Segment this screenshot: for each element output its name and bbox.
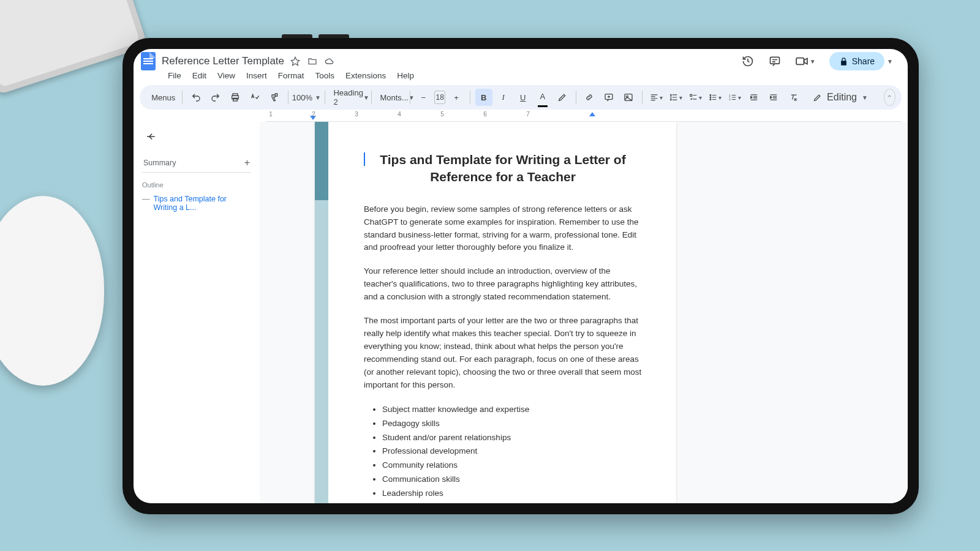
- bullet-list[interactable]: Subject matter knowledge and expertise P…: [364, 403, 642, 503]
- search-menus[interactable]: Menus: [146, 89, 177, 106]
- underline-button[interactable]: U: [514, 89, 532, 106]
- list-item[interactable]: Communication skills: [382, 473, 642, 487]
- font-dropdown[interactable]: Monts...▼: [376, 89, 404, 106]
- add-summary-button[interactable]: +: [244, 157, 250, 168]
- outline-item[interactable]: — Tips and Template for Writing a L...: [142, 195, 251, 212]
- font-size-increase[interactable]: +: [448, 89, 465, 106]
- menu-edit[interactable]: Edit: [187, 70, 211, 81]
- list-item[interactable]: School pride and loyalty: [382, 501, 642, 503]
- bullet-list-dropdown[interactable]: ▾: [706, 89, 723, 106]
- search-menus-label: Menus: [151, 93, 175, 102]
- redo-button[interactable]: [207, 89, 224, 106]
- svg-rect-1: [796, 58, 804, 65]
- docs-logo-icon[interactable]: [141, 52, 156, 70]
- indent-increase-button[interactable]: [765, 89, 782, 106]
- ruler-mark: 3: [355, 111, 358, 118]
- list-item[interactable]: Community relations: [382, 459, 642, 473]
- zoom-dropdown[interactable]: 100%▼: [293, 89, 320, 106]
- comments-icon[interactable]: [768, 54, 782, 68]
- list-item[interactable]: Leadership roles: [382, 487, 642, 501]
- toolbar: Menus 100%▼ Heading 2▼ Monts...▼ − 18 + …: [140, 85, 902, 110]
- summary-label: Summary: [143, 159, 176, 167]
- svg-point-12: [710, 99, 711, 100]
- titlebar: Reference Letter Template ▼ Share: [134, 49, 908, 70]
- paragraph[interactable]: Your reference letter should include an …: [364, 265, 642, 304]
- doc-heading[interactable]: Tips and Template for Writing a Letter o…: [364, 151, 642, 186]
- highlight-button[interactable]: [554, 89, 571, 106]
- menu-file[interactable]: File: [163, 70, 186, 81]
- ruler-right-indent-icon[interactable]: [589, 112, 595, 116]
- ruler[interactable]: 1234567: [266, 111, 902, 122]
- menu-insert[interactable]: Insert: [241, 70, 272, 81]
- numbered-list-dropdown[interactable]: 123▾: [726, 89, 743, 106]
- document-canvas[interactable]: Tips and Template for Writing a Letter o…: [260, 122, 908, 503]
- mode-label: Editing: [827, 92, 857, 103]
- text-color-button[interactable]: A: [534, 89, 551, 106]
- outline-sidebar: Summary + Outline — Tips and Template fo…: [134, 122, 260, 503]
- menu-extensions[interactable]: Extensions: [341, 70, 391, 81]
- list-item[interactable]: Subject matter knowledge and expertise: [382, 403, 642, 417]
- bold-button[interactable]: B: [475, 89, 492, 106]
- ruler-mark: 6: [483, 111, 487, 118]
- menu-help[interactable]: Help: [392, 70, 419, 81]
- page[interactable]: Tips and Template for Writing a Letter o…: [315, 122, 676, 503]
- list-item[interactable]: Pedagogy skills: [382, 417, 642, 431]
- app-window: Reference Letter Template ▼ Share: [134, 49, 908, 503]
- collapse-toolbar-button[interactable]: ⌃: [884, 89, 895, 106]
- svg-text:3: 3: [729, 98, 731, 101]
- font-size-input[interactable]: 18: [434, 91, 445, 104]
- ruler-mark: 5: [440, 111, 444, 118]
- star-icon[interactable]: [290, 56, 300, 66]
- align-dropdown[interactable]: ▾: [647, 89, 665, 106]
- meet-button[interactable]: ▼: [795, 56, 816, 66]
- tablet-frame: Reference Letter Template ▼ Share: [123, 38, 919, 514]
- spellcheck-button[interactable]: [246, 89, 263, 106]
- paragraph-style-dropdown[interactable]: Heading 2▼: [330, 89, 366, 106]
- outline-item-label: Tips and Template for Writing a L...: [154, 195, 252, 212]
- collapse-outline-button[interactable]: [142, 128, 159, 145]
- mouse-prop: [0, 196, 104, 386]
- checklist-dropdown[interactable]: ▾: [687, 89, 704, 106]
- menu-format[interactable]: Format: [273, 70, 309, 81]
- font-size-decrease[interactable]: −: [415, 89, 432, 106]
- svg-point-11: [710, 97, 711, 98]
- list-item[interactable]: Professional development: [382, 444, 642, 459]
- line-spacing-dropdown[interactable]: ▾: [667, 89, 684, 106]
- share-label: Share: [852, 56, 875, 66]
- cloud-status-icon[interactable]: [325, 56, 334, 66]
- svg-point-10: [710, 95, 711, 96]
- paint-format-button[interactable]: [266, 89, 283, 106]
- history-icon[interactable]: [741, 54, 755, 68]
- list-item[interactable]: Student and/or parent relationships: [382, 431, 642, 445]
- document-title[interactable]: Reference Letter Template: [162, 55, 284, 67]
- move-icon[interactable]: [307, 56, 317, 66]
- menubar: File Edit View Insert Format Tools Exten…: [134, 70, 908, 85]
- share-button[interactable]: Share: [829, 52, 884, 70]
- outline-dash-icon: —: [142, 195, 150, 212]
- print-button[interactable]: [227, 89, 244, 106]
- share-caret-icon[interactable]: ▼: [884, 56, 895, 67]
- paragraph[interactable]: Before you begin, review some samples of…: [364, 203, 642, 255]
- undo-button[interactable]: [187, 89, 205, 106]
- paragraph[interactable]: The most important parts of your letter …: [364, 315, 642, 392]
- svg-rect-9: [690, 94, 692, 96]
- menu-tools[interactable]: Tools: [311, 70, 340, 81]
- svg-rect-0: [770, 57, 779, 64]
- ruler-mark: 7: [526, 111, 530, 118]
- outline-heading: Outline: [142, 181, 251, 189]
- insert-link-button[interactable]: [581, 89, 598, 106]
- page-accent-bar: [315, 122, 328, 503]
- insert-image-button[interactable]: [620, 89, 637, 106]
- ruler-mark: 1: [269, 111, 273, 118]
- clear-formatting-button[interactable]: [785, 89, 802, 106]
- indent-decrease-button[interactable]: [745, 89, 763, 106]
- ruler-mark: 4: [398, 111, 401, 118]
- mode-dropdown[interactable]: Editing ▼: [804, 89, 876, 105]
- insert-comment-button[interactable]: [600, 89, 617, 106]
- italic-button[interactable]: I: [495, 89, 512, 106]
- text-cursor-icon: [364, 152, 365, 166]
- menu-view[interactable]: View: [213, 70, 240, 81]
- ruler-mark: 2: [312, 111, 315, 118]
